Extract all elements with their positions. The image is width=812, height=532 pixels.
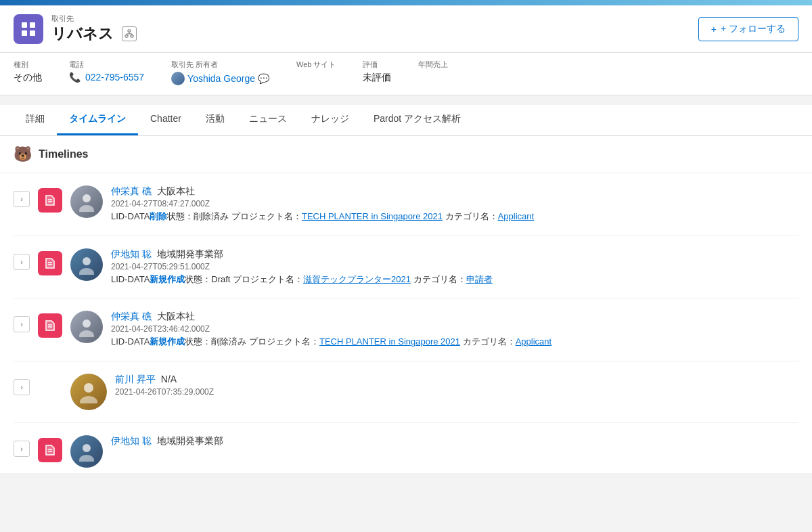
meta-label-owner: 取引先 所有者 (171, 60, 269, 70)
main-content: 🐻 Timelines › 仲栄真 礁 (0, 136, 812, 473)
expand-button[interactable]: › (14, 441, 30, 457)
timelines-title: Timelines (39, 148, 89, 160)
person-avatar-4 (70, 374, 107, 410)
dept-2: 地域開発事業部 (157, 248, 223, 259)
timeline-content-3: 仲栄真 礁 大阪本社 2021-04-26T23:46:42.000Z LID-… (111, 311, 798, 349)
meta-label-website: Web サイト (296, 60, 336, 70)
timeline-content-1: 仲栄真 礁 大阪本社 2021-04-27T08:47:27.000Z LID-… (111, 185, 798, 223)
timeline-item: › 仲栄真 礁 大阪本社 2021-04-27T08:4 (14, 173, 798, 236)
action-prefix-2: LID-DATA (111, 274, 150, 284)
meta-row: 種別 その他 電話 📞 022-795-6557 取引先 所有者 Yoshida… (0, 53, 812, 95)
expand-button[interactable]: › (14, 316, 30, 332)
tab-activity[interactable]: 活動 (194, 105, 237, 135)
project-link-2[interactable]: 滋賀テックプランター2021 (303, 274, 411, 284)
bear-icon: 🐻 (14, 146, 32, 163)
tab-bar: 詳細 タイムライン Chatter 活動 ニュース ナレッジ Pardot アク… (0, 105, 812, 136)
meta-label-type: 種別 (14, 60, 42, 70)
record-icon-3 (38, 313, 62, 338)
date-1: 2021-04-27T08:47:27.000Z (111, 199, 798, 208)
timeline-item: › 伊地知 聡 地域開発事業部 (14, 423, 798, 473)
action-type-2: 新規作成 (150, 274, 185, 284)
person-name-4[interactable]: 前川 昇平 (115, 374, 156, 384)
app-icon (14, 14, 43, 44)
person-avatar-3 (70, 311, 103, 343)
category-link-3[interactable]: Applicant (516, 336, 551, 347)
timelines-header: 🐻 Timelines (0, 136, 812, 173)
svg-point-18 (79, 268, 94, 275)
record-icon-2 (38, 251, 62, 275)
meta-value-rating: 未評価 (363, 72, 391, 84)
date-3: 2021-04-26T23:46:42.000Z (111, 324, 798, 334)
svg-rect-0 (22, 22, 27, 28)
action-prefix-1: LID-DATA (111, 211, 150, 221)
follow-button[interactable]: + + フォローする (698, 17, 798, 41)
project-link-3[interactable]: TECH PLANTER in Singapore 2021 (319, 336, 460, 347)
date-4: 2021-04-26T07:35:29.000Z (115, 387, 798, 397)
action-type-3: 新規作成 (150, 336, 185, 347)
expand-button[interactable]: › (14, 254, 30, 270)
expand-button[interactable]: › (14, 191, 30, 207)
svg-rect-1 (30, 22, 35, 28)
meta-label-rating: 評価 (363, 60, 391, 70)
chatter-icon: 💬 (258, 73, 269, 84)
org-chart-icon[interactable] (122, 26, 137, 41)
meta-value-type: その他 (14, 72, 42, 84)
record-icon-5 (38, 438, 62, 462)
svg-rect-6 (131, 35, 133, 37)
expand-button[interactable]: › (14, 379, 30, 395)
person-name-5[interactable]: 伊地知 聡 (111, 435, 152, 446)
tab-chatter[interactable]: Chatter (138, 105, 194, 135)
header-name: リバネス (51, 24, 114, 44)
tab-knowledge[interactable]: ナレッジ (299, 105, 361, 135)
person-name-1[interactable]: 仲栄真 礁 (111, 185, 152, 196)
desc-3: LID-DATA新規作成状態：削除済み プロジェクト名：TECH PLANTER… (111, 335, 798, 349)
desc-2: LID-DATA新規作成状態：Draft プロジェクト名：滋賀テックプランター2… (111, 273, 798, 286)
tab-timeline[interactable]: タイムライン (57, 105, 138, 135)
project-link-1[interactable]: TECH PLANTER in Singapore 2021 (302, 211, 443, 221)
svg-point-17 (83, 257, 91, 265)
svg-point-24 (80, 396, 97, 403)
svg-point-23 (84, 383, 93, 393)
dept-5: 地域開発事業部 (157, 435, 223, 446)
phone-link[interactable]: 022-795-6557 (85, 72, 144, 83)
owner-link[interactable]: Yoshida George (187, 73, 255, 84)
top-gradient-bar (0, 0, 812, 5)
timeline-item: › 前川 昇平 N/A 2021-04-26T07:35:29.000Z (14, 361, 798, 423)
owner-avatar (171, 72, 185, 85)
category-link-1[interactable]: Applicant (498, 211, 534, 221)
header: 取引先 リバネス + + フォローする (0, 5, 812, 53)
svg-rect-2 (22, 30, 27, 36)
person-avatar-5 (70, 435, 103, 468)
phone-icon: 📞 (69, 72, 81, 83)
svg-rect-3 (30, 30, 35, 36)
person-name-3[interactable]: 仲栄真 礁 (111, 311, 152, 322)
timeline-content-4: 前川 昇平 N/A 2021-04-26T07:35:29.000Z (115, 374, 798, 398)
svg-rect-5 (125, 35, 128, 37)
desc-1: LID-DATA削除状態：削除済み プロジェクト名：TECH PLANTER i… (111, 210, 798, 223)
timeline-item: › 仲栄真 礁 大阪本社 2021-04-26T23:4 (14, 298, 798, 361)
header-subtitle: 取引先 (51, 14, 137, 24)
category-link-2[interactable]: 申請者 (466, 274, 493, 284)
dept-4: N/A (161, 374, 177, 384)
tab-pardot[interactable]: Pardot アクセス解析 (361, 105, 473, 135)
action-prefix-3: LID-DATA (111, 336, 150, 347)
person-avatar-1 (70, 185, 103, 218)
tab-news[interactable]: ニュース (237, 105, 299, 135)
meta-value-phone[interactable]: 📞 022-795-6557 (69, 72, 144, 83)
meta-label-revenue: 年間売上 (418, 60, 448, 70)
tab-detail[interactable]: 詳細 (14, 105, 57, 135)
meta-value-owner[interactable]: Yoshida George 💬 (171, 72, 269, 85)
svg-point-14 (79, 205, 94, 212)
svg-point-22 (79, 330, 94, 337)
dept-1: 大阪本社 (157, 185, 195, 196)
action-type-1: 削除 (150, 211, 167, 221)
timeline-item: › 伊地知 聡 地域開発事業部 2021-04-27T0 (14, 236, 798, 299)
svg-point-27 (83, 444, 91, 452)
follow-label: + フォローする (721, 23, 786, 35)
date-2: 2021-04-27T05:29:51.000Z (111, 262, 798, 271)
svg-point-28 (79, 455, 94, 462)
meta-label-phone: 電話 (69, 60, 144, 70)
svg-point-13 (83, 194, 91, 202)
person-avatar-2 (70, 248, 103, 281)
person-name-2[interactable]: 伊地知 聡 (111, 248, 152, 259)
